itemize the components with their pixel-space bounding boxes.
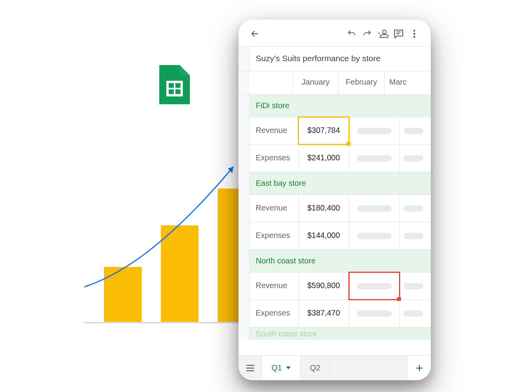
data-cell[interactable] [349,117,400,144]
decorative-bar-chart [84,169,241,323]
store-group-header[interactable]: East bay store [250,179,312,188]
data-cell[interactable]: $590,800 [299,272,349,299]
data-cell[interactable] [400,272,431,299]
redo-icon[interactable] [362,28,373,39]
undo-icon[interactable] [346,28,357,39]
row-gutter[interactable] [239,172,250,195]
data-cell[interactable]: $144,000 [299,222,349,249]
row-gutter[interactable] [239,222,250,250]
row-gutter[interactable] [239,327,250,340]
more-menu-icon[interactable] [409,28,420,39]
google-sheets-file-icon [159,65,190,104]
row-label[interactable]: Expenses [250,300,299,327]
all-sheets-menu-icon[interactable] [239,356,262,380]
data-cell[interactable] [400,117,431,144]
empty-header-cell[interactable] [248,71,293,94]
row-gutter[interactable] [239,117,250,145]
data-cell[interactable]: $387,470 [299,300,349,327]
row-gutter[interactable] [239,272,250,300]
app-toolbar [239,20,431,46]
data-cell[interactable] [400,195,431,222]
mobile-sheets-app: Suzy's Suits performance by store Januar… [239,20,431,380]
row-gutter[interactable] [239,145,250,172]
sheet-tab[interactable]: Q2 [301,356,330,380]
row-gutter[interactable] [239,47,250,71]
data-cell[interactable] [400,222,431,249]
data-cell-selected[interactable] [349,272,400,299]
row-gutter[interactable] [239,71,248,94]
row-label[interactable]: Revenue [250,272,299,299]
column-header[interactable]: January [293,71,339,94]
data-cell[interactable] [400,145,431,172]
comment-icon[interactable] [393,28,404,39]
add-collaborator-icon[interactable] [377,28,388,39]
trend-arrow-icon [84,165,241,302]
column-header[interactable]: February [339,71,384,94]
data-cell[interactable] [349,145,400,172]
spreadsheet-grid[interactable]: Suzy's Suits performance by store Januar… [239,46,431,340]
row-gutter[interactable] [239,94,250,117]
svg-point-3 [414,33,415,35]
data-cell-selected[interactable]: $307,784 [299,117,349,144]
data-cell[interactable] [349,195,400,222]
store-group-header[interactable]: FiDi store [250,101,296,110]
chevron-down-icon [286,367,291,369]
sheet-tab-active[interactable]: Q1 [262,356,301,380]
row-label[interactable]: Expenses [250,145,299,172]
row-label[interactable]: Expenses [250,222,299,249]
sheet-tab-bar: Q1 Q2 [239,355,431,380]
add-sheet-button[interactable] [407,356,431,380]
data-cell[interactable] [349,222,400,249]
data-cell[interactable]: $241,000 [299,145,349,172]
store-group-header[interactable]: North coast store [250,256,322,265]
row-gutter[interactable] [239,195,250,222]
row-label[interactable]: Revenue [250,117,299,144]
svg-point-4 [414,36,415,38]
data-cell[interactable] [400,300,431,327]
back-icon[interactable] [250,28,261,39]
row-gutter[interactable] [239,300,250,327]
data-cell[interactable]: $180,400 [299,195,349,222]
svg-point-2 [414,30,415,32]
row-gutter[interactable] [239,250,250,272]
sheet-title-cell[interactable]: Suzy's Suits performance by store [250,47,431,71]
row-label[interactable]: Revenue [250,195,299,222]
store-group-header[interactable]: South coast store [250,329,323,338]
column-header[interactable]: Marc [384,71,431,94]
data-cell[interactable] [349,300,400,327]
